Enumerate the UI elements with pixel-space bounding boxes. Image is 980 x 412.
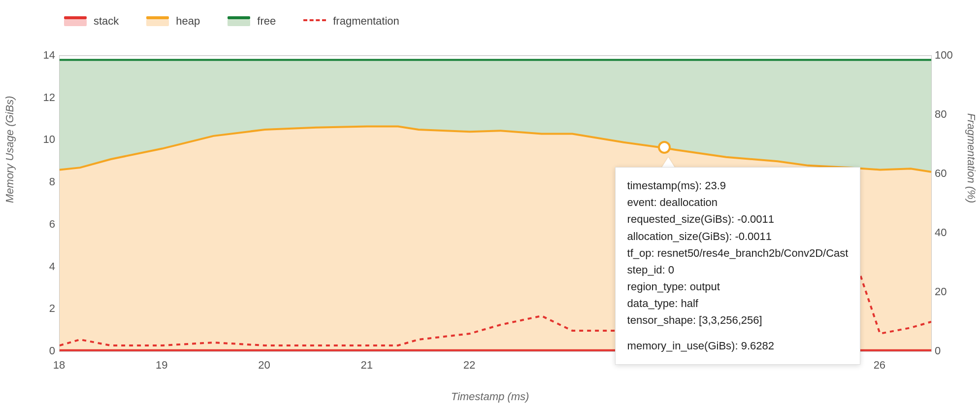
y-tick-left: 8 (49, 175, 55, 188)
legend-item-free[interactable]: free (228, 15, 276, 28)
legend-swatch-heap (146, 16, 169, 26)
tooltip-row: event: deallocation (627, 194, 849, 211)
legend-item-heap[interactable]: heap (146, 15, 200, 28)
x-tick: 21 (360, 359, 372, 372)
legend-item-fragmentation[interactable]: fragmentation (303, 15, 399, 28)
legend: stack heap free fragmentation (64, 15, 399, 28)
y-tick-right: 60 (935, 167, 947, 180)
legend-label-fragmentation: fragmentation (333, 15, 399, 28)
x-tick: 22 (463, 359, 475, 372)
tooltip-row: tensor_shape: [3,3,256,256] (627, 312, 849, 329)
tooltip-summary: memory_in_use(GiBs): 9.6282 (627, 338, 849, 354)
legend-label-stack: stack (94, 15, 119, 28)
tooltip-row: allocation_size(GiBs): -0.0011 (627, 228, 849, 245)
y-axis-right-label: Fragmentation (%) (965, 113, 978, 203)
x-axis-label: Timestamp (ms) (451, 390, 529, 403)
y-tick-left: 4 (49, 260, 55, 273)
y-tick-left: 12 (43, 91, 55, 104)
y-tick-right: 80 (935, 108, 947, 121)
y-tick-right: 40 (935, 226, 947, 239)
y-axis-left: 02468101214 (32, 55, 59, 351)
legend-swatch-fragmentation (303, 19, 326, 24)
hover-point-marker (658, 141, 671, 154)
x-tick: 20 (258, 359, 270, 372)
legend-label-free: free (257, 15, 276, 28)
tooltip-row: requested_size(GiBs): -0.0011 (627, 211, 849, 228)
y-tick-left: 6 (49, 218, 55, 231)
y-axis-right: 020406080100 (931, 55, 958, 351)
datapoint-tooltip: timestamp(ms): 23.9event: deallocationre… (615, 167, 861, 365)
memory-chart-container: stack heap free fragmentation Memory Usa… (0, 0, 980, 412)
y-axis-left-label: Memory Usage (GiBs) (3, 96, 16, 203)
y-tick-left: 2 (49, 302, 55, 315)
tooltip-callout-arrow (661, 157, 675, 168)
tooltip-row: tf_op: resnet50/res4e_branch2b/Conv2D/Ca… (627, 245, 849, 262)
y-tick-left: 14 (43, 49, 55, 62)
y-tick-left: 10 (43, 133, 55, 146)
tooltip-row: data_type: half (627, 295, 849, 312)
legend-label-heap: heap (176, 15, 200, 28)
y-tick-right: 0 (935, 344, 941, 357)
x-tick: 18 (53, 359, 65, 372)
tooltip-row: timestamp(ms): 23.9 (627, 177, 849, 194)
legend-swatch-stack (64, 16, 87, 26)
y-tick-left: 0 (49, 344, 55, 357)
legend-item-stack[interactable]: stack (64, 15, 119, 28)
legend-swatch-free (228, 16, 250, 26)
tooltip-row: region_type: output (627, 278, 849, 295)
x-tick: 26 (874, 359, 885, 372)
y-tick-right: 20 (935, 285, 947, 298)
y-tick-right: 100 (935, 49, 953, 62)
tooltip-row: step_id: 0 (627, 262, 849, 278)
x-tick: 19 (156, 359, 167, 372)
